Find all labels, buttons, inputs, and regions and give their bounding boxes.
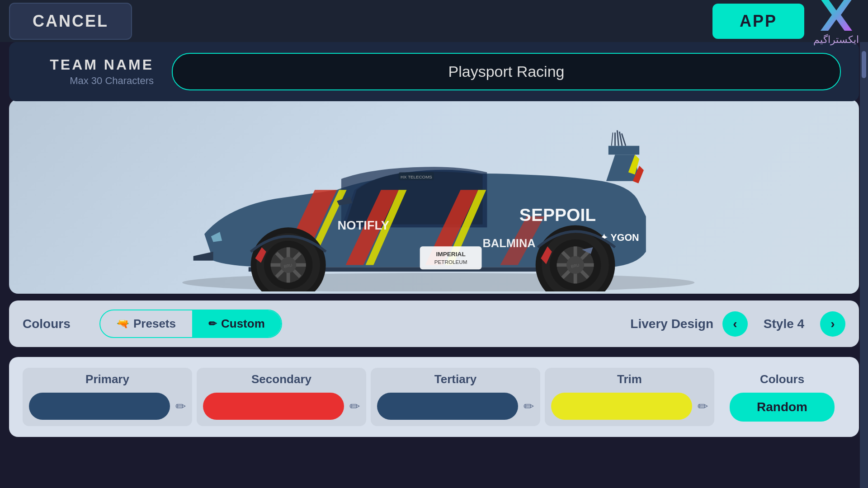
primary-label: Primary	[85, 372, 129, 386]
car-svg-container: HX TELECOMS NOTIFLY IMPERIAL PETROLEUM B…	[9, 99, 859, 294]
primary-swatch-row: ✏	[29, 393, 186, 420]
preset-icon: 🔫	[117, 318, 129, 330]
svg-rect-29	[420, 246, 482, 269]
car-svg: HX TELECOMS NOTIFLY IMPERIAL PETROLEUM B…	[122, 102, 746, 291]
svg-text:HX TELECOMS: HX TELECOMS	[401, 174, 432, 179]
team-name-input[interactable]	[172, 53, 841, 90]
car-display: HX TELECOMS NOTIFLY IMPERIAL PETROLEUM B…	[9, 99, 859, 294]
top-bar: CANCEL APP ايكستراگيم	[0, 0, 868, 42]
svg-line-3	[617, 130, 618, 145]
svg-text:PETROLEUM: PETROLEUM	[434, 259, 467, 265]
style-label: Style 4	[757, 317, 811, 331]
scroll-thumb[interactable]	[862, 51, 866, 78]
svg-line-6	[612, 132, 613, 145]
colours-label: Colours	[23, 317, 86, 331]
svg-marker-0	[821, 0, 852, 31]
secondary-edit-button[interactable]: ✏	[349, 399, 360, 414]
livery-section: Livery Design ‹ Style 4 ›	[630, 311, 845, 337]
team-name-subtitle: Max 30 Characters	[27, 75, 154, 87]
trim-color-swatch[interactable]	[551, 393, 692, 420]
team-name-section: TEAM NAME Max 30 Characters	[9, 42, 859, 101]
custom-label: Custom	[221, 317, 265, 331]
svg-text:NOTIFLY: NOTIFLY	[338, 218, 389, 232]
scrollbar	[860, 42, 868, 488]
chevron-right-icon: ›	[830, 317, 835, 331]
logo-area: ايكستراگيم	[813, 0, 859, 46]
trim-label: Trim	[617, 372, 642, 386]
tertiary-edit-button[interactable]: ✏	[524, 399, 534, 414]
secondary-swatch-row: ✏	[203, 393, 360, 420]
trim-edit-button[interactable]: ✏	[698, 399, 708, 414]
secondary-swatch-group: Secondary ✏	[197, 368, 366, 426]
svg-text:SEPPOIL: SEPPOIL	[519, 205, 596, 225]
trim-swatch-row: ✏	[551, 393, 708, 420]
logo-icon	[818, 0, 854, 33]
livery-design-label: Livery Design	[630, 317, 713, 331]
team-name-title: TEAM NAME	[27, 56, 154, 73]
svg-text:BALMINA: BALMINA	[483, 237, 536, 249]
livery-prev-button[interactable]: ‹	[722, 311, 748, 337]
colours-section-label: Colours	[760, 372, 804, 386]
paint-icon: ✏	[208, 318, 217, 330]
chevron-left-icon: ‹	[733, 317, 737, 331]
preset-custom-toggle: 🔫 Presets ✏ Custom	[99, 310, 282, 338]
controls-area: Colours 🔫 Presets ✏ Custom Livery Design…	[9, 300, 859, 347]
team-name-label: TEAM NAME Max 30 Characters	[27, 56, 154, 87]
secondary-color-swatch[interactable]	[203, 393, 344, 420]
logo-text: ايكستراگيم	[813, 34, 859, 46]
trim-swatch-group: Trim ✏	[545, 368, 714, 426]
secondary-label: Secondary	[251, 372, 311, 386]
livery-next-button[interactable]: ›	[820, 311, 845, 337]
presets-button[interactable]: 🔫 Presets	[100, 310, 192, 337]
tertiary-label: Tertiary	[434, 372, 476, 386]
presets-label: Presets	[133, 317, 176, 331]
random-button[interactable]: Random	[730, 393, 835, 422]
tertiary-color-swatch[interactable]	[377, 393, 518, 420]
custom-button[interactable]: ✏ Custom	[192, 310, 281, 337]
tertiary-swatch-row: ✏	[377, 393, 534, 420]
primary-edit-button[interactable]: ✏	[175, 399, 186, 414]
cancel-button[interactable]: CANCEL	[9, 3, 132, 40]
tertiary-swatch-group: Tertiary ✏	[371, 368, 540, 426]
colours-random-section: Colours Random	[719, 368, 845, 426]
swatches-area: Primary ✏ Secondary ✏ Tertiary ✏ Trim ✏ …	[9, 357, 859, 437]
primary-color-swatch[interactable]	[29, 393, 170, 420]
primary-swatch-group: Primary ✏	[23, 368, 192, 426]
apply-button[interactable]: APP	[712, 4, 804, 39]
svg-text:IMPERIAL: IMPERIAL	[436, 251, 465, 258]
